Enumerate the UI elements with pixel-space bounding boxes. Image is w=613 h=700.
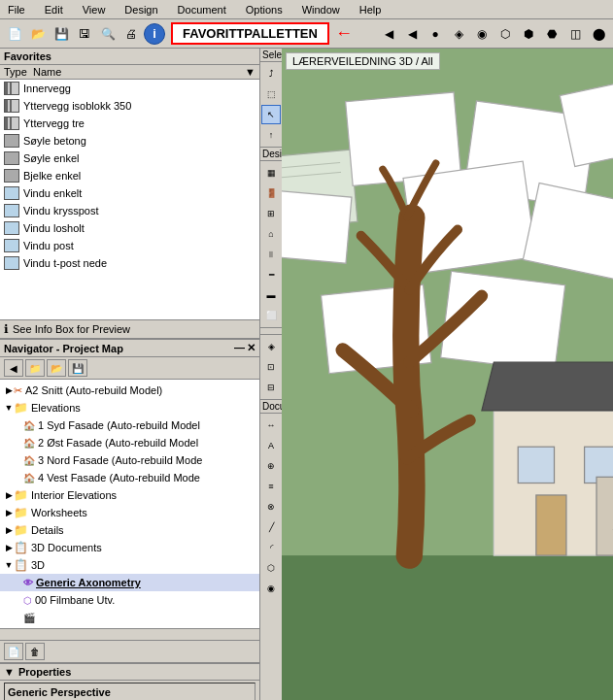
tb-extra1[interactable]: ◀ — [378, 23, 399, 45]
tb-extra4[interactable]: ◈ — [448, 23, 469, 45]
tree-item-film[interactable]: 🎬 — [0, 609, 259, 626]
view3d-area: RENT SIGN LÆRERVEILEDNING 3D / All — [282, 49, 613, 700]
list-item[interactable]: Bjelke enkel — [0, 167, 259, 184]
nav-open-button[interactable]: 📂 — [47, 359, 66, 377]
detail-tool-button[interactable]: ⊗ — [261, 497, 281, 517]
nav-new-folder-button[interactable]: 📁 — [25, 359, 45, 377]
nav-back-button[interactable]: ◀ — [4, 359, 23, 377]
print-button[interactable]: 🖨 — [120, 23, 142, 45]
tree-item-3ddocs[interactable]: ▶ 📋 3D Documents — [0, 539, 259, 556]
slab-tool-button[interactable]: ▬ — [261, 285, 281, 305]
menu-window[interactable]: Window — [298, 2, 344, 17]
tb-extra2[interactable]: ◀ — [401, 23, 423, 45]
svg-rect-15 — [518, 447, 554, 483]
list-item[interactable]: Innervegg — [0, 80, 259, 97]
main-layout: Favorites Type Name ▼ Innervegg Ytterveg… — [0, 49, 613, 700]
tool-btn-1[interactable]: ◈ — [261, 337, 281, 356]
tb-extra8[interactable]: ⬣ — [541, 23, 562, 45]
line-tool-button[interactable]: ╱ — [261, 517, 281, 537]
search-button[interactable]: 🔍 — [97, 23, 119, 45]
select-arrow-button[interactable]: ⤴ — [261, 64, 281, 83]
collapse-icon[interactable]: ▼ — [4, 666, 15, 678]
hatch-tool-button[interactable]: ≡ — [261, 477, 281, 496]
window-icon — [4, 239, 19, 252]
stair-tool-button[interactable]: ⫴ — [261, 245, 281, 264]
list-item[interactable]: Vindu t-post nede — [0, 254, 259, 272]
list-item[interactable]: Søyle enkel — [0, 150, 259, 167]
menu-edit[interactable]: Edit — [41, 2, 67, 17]
select-cursor-button[interactable]: ↑ — [261, 125, 281, 145]
toggle-icon: ▶ — [4, 543, 14, 552]
menu-view[interactable]: View — [79, 2, 110, 17]
navigator-title: Navigator - Project Map — [4, 343, 123, 354]
tree-item-snitt[interactable]: ▶ ✂ A2 Snitt (Auto-rebuild Model) — [0, 382, 259, 399]
arc-tool-button[interactable]: ◜ — [261, 538, 281, 557]
list-item[interactable]: Vindu post — [0, 237, 259, 254]
svg-rect-8 — [282, 190, 352, 264]
tb-extra7[interactable]: ⬢ — [518, 23, 539, 45]
label-tool-button[interactable]: ⊕ — [261, 456, 281, 476]
nav-close-icon[interactable]: ✕ — [247, 342, 255, 354]
menu-document[interactable]: Document — [174, 2, 230, 17]
poly-tool-button[interactable]: ⬡ — [261, 558, 281, 578]
col-sort-icon[interactable]: ▼ — [236, 66, 255, 78]
roof-tool-button[interactable]: ⌂ — [261, 224, 281, 244]
left-panel: Favorites Type Name ▼ Innervegg Ytterveg… — [0, 49, 260, 700]
favorites-section: Favorites Type Name ▼ Innervegg Ytterveg… — [0, 49, 259, 340]
list-item[interactable]: Søyle betong — [0, 132, 259, 150]
tool-btn-3[interactable]: ⊟ — [261, 378, 281, 397]
menu-help[interactable]: Help — [356, 2, 386, 17]
mesh-tool-button[interactable]: ⬜ — [261, 306, 281, 325]
tree-item-details[interactable]: ▶ 📁 Details — [0, 521, 259, 539]
tb-extra6[interactable]: ⬡ — [494, 23, 516, 45]
text-tool-button[interactable]: A — [261, 436, 281, 455]
info-button[interactable]: i — [144, 23, 165, 45]
tree-item-interior[interactable]: ▶ 📁 Interior Elevations — [0, 486, 259, 504]
list-item[interactable]: Vindu enkelt — [0, 184, 259, 202]
nav-save-button[interactable]: 💾 — [68, 359, 87, 377]
tb-extra10[interactable]: ⬤ — [588, 23, 609, 45]
tree-item-perspective[interactable]: 👁 Generic Axonometry — [0, 574, 259, 591]
tree-item-elev4[interactable]: 🏠 4 Vest Fasade (Auto-rebuild Mode — [0, 469, 259, 486]
list-item[interactable]: Yttervegg tre — [0, 115, 259, 132]
navigator-toolbar: ◀ 📁 📂 💾 — [0, 357, 259, 380]
open-button[interactable]: 📂 — [27, 23, 49, 45]
horizontal-scrollbar[interactable] — [0, 628, 259, 640]
tree-item-3d[interactable]: ▼ 📋 3D — [0, 556, 259, 574]
save-button[interactable]: 💾 — [51, 23, 72, 45]
select-active-button[interactable]: ↖ — [261, 105, 281, 124]
tree-item-elev1[interactable]: 🏠 1 Syd Fasade (Auto-rebuild Model — [0, 417, 259, 434]
dim-tool-button[interactable]: ↔ — [261, 416, 281, 435]
tree-item-elevations[interactable]: ▼ 📁 Elevations — [0, 399, 259, 417]
list-item[interactable]: Vindu losholt — [0, 219, 259, 237]
menu-options[interactable]: Options — [242, 2, 287, 17]
beam-tool-button[interactable]: ━ — [261, 265, 281, 284]
tb-extra5[interactable]: ◉ — [471, 23, 493, 45]
nav-delete-button[interactable]: 🗑 — [25, 643, 45, 660]
select-box-button[interactable]: ⬚ — [261, 84, 281, 104]
new-button[interactable]: 📄 — [4, 23, 25, 45]
tree-item-elev2[interactable]: 🏠 2 Øst Fasade (Auto-rebuild Model — [0, 434, 259, 451]
tool-btn-2[interactable]: ⊡ — [261, 357, 281, 377]
menu-design[interactable]: Design — [120, 2, 161, 17]
wall-tool-button[interactable]: ▦ — [261, 163, 281, 183]
tree-item-elev3[interactable]: 🏠 3 Nord Fasade (Auto-rebuild Mode — [0, 451, 259, 469]
list-item[interactable]: Yttervegg isoblokk 350 — [0, 97, 259, 115]
fill-tool-button[interactable]: ◉ — [261, 579, 281, 598]
window-tool-button[interactable]: ⊞ — [261, 204, 281, 223]
fav-item-name: Vindu enkelt — [23, 187, 82, 199]
properties-name-input[interactable] — [4, 683, 255, 700]
tb-extra9[interactable]: ◫ — [564, 23, 586, 45]
nav-bottom-toolbar: 📄 🗑 — [0, 640, 259, 662]
wall-icon — [4, 99, 19, 113]
door-tool-button[interactable]: 🚪 — [261, 183, 281, 203]
tree-item-axon[interactable]: ⬡ 00 Filmbane Utv. — [0, 591, 259, 609]
save2-button[interactable]: 🖫 — [74, 23, 95, 45]
nav-new-layout-button[interactable]: 📄 — [4, 643, 23, 660]
3d-viewport[interactable]: RENT SIGN LÆRERVEILEDNING 3D / All — [282, 49, 613, 700]
nav-minimize-icon[interactable]: — — [234, 342, 245, 354]
menu-file[interactable]: File — [4, 2, 29, 17]
list-item[interactable]: Vindu krysspost — [0, 202, 259, 219]
tb-extra3[interactable]: ● — [425, 23, 446, 45]
tree-item-worksheets[interactable]: ▶ 📁 Worksheets — [0, 504, 259, 521]
